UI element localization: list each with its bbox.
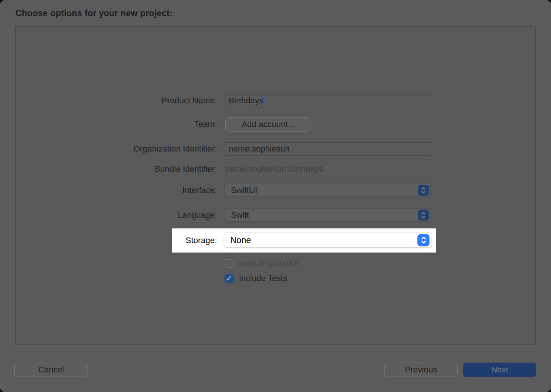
language-label: Language:: [178, 209, 217, 221]
storage-value: None: [230, 235, 251, 245]
include-tests-checkbox[interactable]: ✓: [225, 274, 234, 283]
product-name-input[interactable]: Birthdays: [225, 94, 431, 107]
interface-stepper-icon: [418, 185, 429, 196]
interface-popup[interactable]: SwiftUI: [225, 184, 431, 197]
bundle-identifier-value: name.sophiesun.Birthdays: [225, 163, 323, 175]
host-in-cloudkit-checkbox[interactable]: [225, 259, 234, 268]
organization-identifier-value: name.sophiesun: [229, 144, 289, 153]
language-popup[interactable]: Swift: [225, 208, 431, 222]
language-value: Swift: [231, 210, 249, 220]
add-account-button[interactable]: Add account...: [225, 117, 311, 132]
host-in-cloudkit-label: Host in CloudKit: [239, 259, 299, 268]
include-tests-label: Include Tests: [239, 274, 287, 283]
storage-popup[interactable]: None: [224, 233, 431, 248]
team-label: Team:: [194, 118, 217, 130]
storage-label: Storage:: [186, 234, 217, 247]
language-stepper-icon: [418, 210, 429, 220]
previous-button[interactable]: Previous: [384, 363, 458, 377]
interface-label: Interface:: [182, 184, 217, 196]
storage-stepper-icon: [417, 234, 429, 246]
interface-value: SwiftUI: [231, 185, 257, 195]
checkmark-icon: ✓: [226, 274, 232, 282]
text-insertion-cursor: [264, 95, 265, 105]
organization-identifier-label: Organization Identifier:: [134, 143, 217, 155]
next-button[interactable]: Next: [463, 363, 536, 377]
product-name-label: Product Name:: [162, 95, 217, 107]
product-name-value: Birthdays: [229, 96, 263, 105]
cancel-button[interactable]: Cancel: [14, 363, 88, 377]
organization-identifier-input[interactable]: name.sophiesun: [225, 142, 431, 156]
sheet-title: Choose options for your new project:: [15, 8, 172, 18]
bundle-identifier-label: Bundle Identifier:: [155, 163, 217, 175]
new-project-options-sheet: Choose options for your new project: Pro…: [0, 0, 551, 392]
